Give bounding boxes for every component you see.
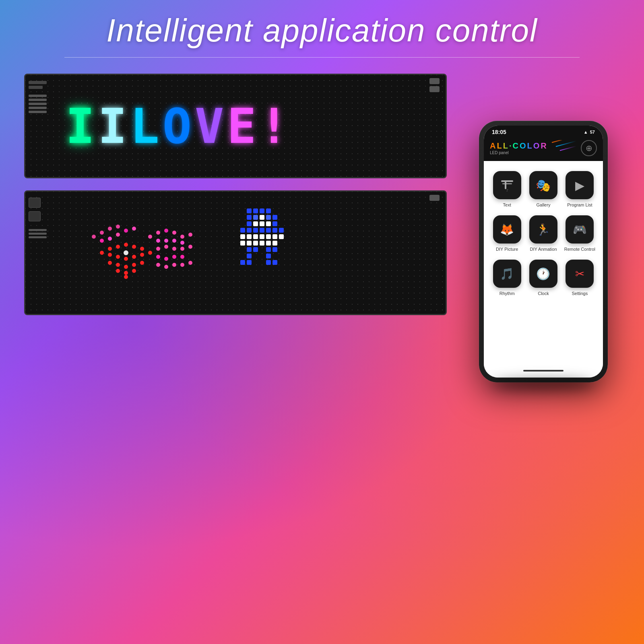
svg-point-47	[164, 257, 168, 261]
svg-point-33	[164, 229, 168, 233]
svg-point-53	[180, 263, 184, 267]
app-item-remote-control[interactable]: 🎮 Remote Control	[563, 215, 597, 252]
remote-control-icon[interactable]: 🎮	[566, 215, 594, 244]
app-item-rhythm[interactable]: 🎵 Rhythm	[490, 260, 524, 296]
diy-animation-label: DIY Anmation	[530, 247, 557, 252]
text-label: Text	[503, 202, 511, 207]
gallery-icon[interactable]: 🎭	[529, 171, 557, 199]
svg-rect-64	[247, 221, 252, 226]
program-list-label: Program List	[567, 202, 592, 207]
svg-rect-69	[240, 228, 245, 233]
svg-point-2	[116, 225, 120, 229]
svg-point-31	[148, 235, 152, 239]
svg-point-9	[108, 247, 112, 251]
home-indicator	[523, 370, 564, 372]
svg-rect-57	[260, 208, 264, 213]
app-subtitle: LED panel	[490, 151, 548, 155]
diy-picture-label: DIY Picture	[496, 247, 518, 252]
app-item-text[interactable]: T Text	[490, 171, 524, 207]
svg-rect-84	[247, 241, 252, 246]
svg-rect-94	[266, 254, 271, 258]
phone-mockup: 18:05 ▲ 57 ALL·COLOR LED panel	[479, 121, 608, 382]
svg-rect-77	[247, 234, 252, 239]
app-content: T Text 🎭 Galle	[484, 161, 603, 363]
svg-point-49	[180, 255, 184, 259]
clock-label: Clock	[538, 291, 549, 296]
svg-rect-82	[279, 234, 284, 239]
svg-point-4	[100, 239, 104, 243]
svg-rect-61	[260, 215, 264, 220]
title-divider	[64, 57, 580, 58]
svg-rect-96	[247, 260, 252, 265]
diy-picture-icon[interactable]: 🦊	[493, 215, 521, 244]
svg-rect-98	[272, 260, 277, 265]
app-grid: T Text 🎭 Galle	[490, 171, 597, 296]
svg-rect-99	[501, 180, 513, 182]
app-item-clock[interactable]: 🕐 Clock	[526, 260, 560, 296]
svg-point-51	[164, 265, 168, 269]
app-item-settings[interactable]: ✂ Settings	[563, 260, 597, 296]
svg-rect-91	[266, 247, 271, 252]
app-item-gallery[interactable]: 🎭 Gallery	[526, 171, 560, 207]
svg-point-29	[124, 275, 128, 279]
svg-point-5	[108, 237, 112, 241]
svg-text:T: T	[506, 189, 508, 192]
led-panel-top: I I L O V E !	[24, 74, 447, 178]
svg-point-42	[164, 245, 168, 249]
svg-point-14	[100, 251, 104, 255]
rhythm-icon[interactable]: 🎵	[493, 260, 521, 288]
app-logo: ALL·COLOR LED panel	[490, 141, 548, 155]
svg-point-16	[116, 255, 120, 259]
svg-point-28	[132, 269, 136, 273]
svg-rect-73	[266, 228, 271, 233]
svg-point-26	[116, 269, 120, 273]
program-list-icon[interactable]: ▶	[566, 171, 594, 199]
battery-icon: 57	[590, 130, 595, 134]
svg-point-35	[180, 235, 184, 239]
app-item-diy-animation[interactable]: 🏃 DIY Anmation	[526, 215, 560, 252]
svg-point-7	[124, 229, 128, 233]
svg-rect-93	[247, 254, 252, 258]
svg-point-39	[172, 239, 176, 243]
app-item-program-list[interactable]: ▶ Program List	[563, 171, 597, 207]
svg-rect-59	[247, 215, 252, 220]
svg-rect-87	[266, 241, 271, 246]
svg-point-38	[164, 239, 168, 243]
svg-rect-80	[266, 234, 271, 239]
remote-control-label: Remote Control	[564, 247, 595, 252]
svg-rect-70	[247, 228, 252, 233]
clock-icon[interactable]: 🕐	[529, 260, 557, 288]
svg-point-3	[92, 235, 96, 239]
svg-rect-83	[240, 241, 245, 246]
svg-point-23	[124, 265, 128, 269]
svg-rect-68	[272, 221, 277, 226]
svg-point-43	[172, 247, 176, 251]
settings-icon[interactable]: ✂	[566, 260, 594, 288]
svg-rect-86	[260, 241, 264, 246]
diy-animation-icon[interactable]: 🏃	[529, 215, 557, 244]
add-button[interactable]: ⊕	[581, 140, 597, 156]
phone-bottom	[484, 363, 603, 378]
status-time: 18:05	[492, 129, 506, 135]
svg-rect-75	[279, 228, 284, 233]
svg-point-30	[124, 250, 128, 255]
page-title: Intelligent application control	[0, 0, 644, 57]
status-icons: ▲ 57	[584, 130, 595, 134]
svg-point-25	[140, 261, 144, 265]
svg-point-46	[156, 255, 160, 259]
settings-label: Settings	[572, 291, 588, 296]
svg-rect-92	[272, 247, 277, 252]
text-icon[interactable]: T	[493, 171, 521, 199]
svg-point-6	[116, 233, 120, 237]
svg-point-50	[156, 263, 160, 267]
svg-rect-97	[266, 260, 271, 265]
svg-rect-81	[272, 234, 277, 239]
svg-point-54	[188, 261, 192, 265]
svg-rect-65	[253, 221, 258, 226]
svg-point-8	[132, 227, 136, 231]
svg-rect-58	[266, 208, 271, 213]
svg-rect-74	[272, 228, 277, 233]
app-item-diy-picture[interactable]: 🦊 DIY Picture	[490, 215, 524, 252]
svg-rect-56	[253, 208, 258, 213]
svg-point-40	[180, 241, 184, 245]
